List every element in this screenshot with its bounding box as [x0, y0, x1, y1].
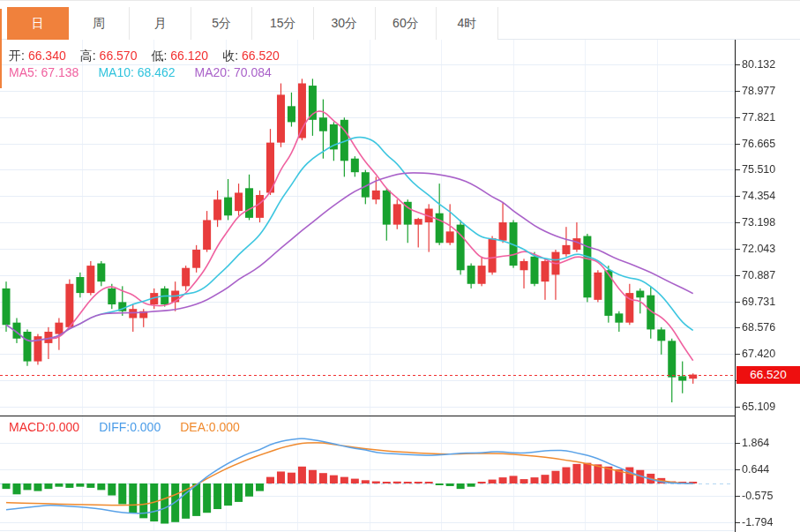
tab-period-6[interactable]: 30分: [314, 7, 376, 40]
tab-period-2[interactable]: 周: [69, 7, 131, 40]
current-price-tag: 66.520: [736, 366, 800, 384]
tab-period-1[interactable]: 日: [7, 7, 69, 40]
tab-period-8[interactable]: 4时: [437, 7, 498, 40]
left-accent-line: [0, 9, 2, 88]
candlestick-macd-chart-canvas[interactable]: [0, 0, 800, 532]
tab-period-3[interactable]: 月: [130, 7, 191, 40]
period-tab-bar: 日周月5分15分30分60分4时: [0, 0, 800, 40]
tab-period-7[interactable]: 60分: [376, 7, 437, 40]
tab-period-5[interactable]: 15分: [252, 7, 314, 40]
trading-chart-app: { "tab_bar": { "tabs": [ {"label": "日", …: [0, 0, 800, 532]
tab-period-4[interactable]: 5分: [191, 7, 253, 40]
